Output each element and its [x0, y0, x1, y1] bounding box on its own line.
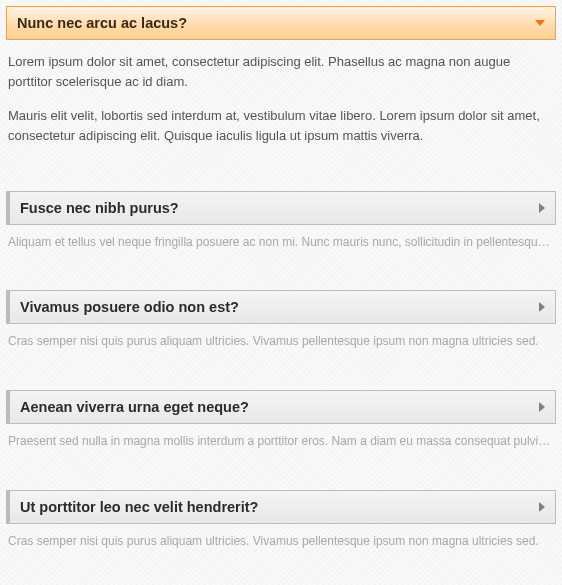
accordion-item: Ut porttitor leo nec velit hendrerit? Cr…: [6, 490, 556, 550]
spacer: [6, 350, 556, 390]
chevron-right-icon: [539, 203, 545, 213]
accordion-title: Fusce nec nibh purus?: [20, 200, 179, 216]
accordion-header[interactable]: Ut porttitor leo nec velit hendrerit?: [6, 490, 556, 524]
spacer: [6, 250, 556, 290]
accordion-title: Nunc nec arcu ac lacus?: [17, 15, 187, 31]
accordion-title: Ut porttitor leo nec velit hendrerit?: [20, 499, 258, 515]
chevron-right-icon: [539, 402, 545, 412]
accordion-header[interactable]: Aenean viverra urna eget neque?: [6, 390, 556, 424]
accordion-item: Fusce nec nibh purus? Aliquam et tellus …: [6, 191, 556, 251]
accordion-body: Lorem ipsum dolor sit amet, consectetur …: [6, 40, 556, 163]
accordion-preview: Cras semper nisi quis purus aliquam ultr…: [6, 524, 556, 550]
chevron-down-icon: [535, 20, 545, 26]
accordion-title: Aenean viverra urna eget neque?: [20, 399, 249, 415]
accordion-title: Vivamus posuere odio non est?: [20, 299, 239, 315]
spacer: [6, 450, 556, 490]
accordion: Nunc nec arcu ac lacus? Lorem ipsum dolo…: [0, 0, 562, 550]
accordion-header[interactable]: Fusce nec nibh purus?: [6, 191, 556, 225]
chevron-right-icon: [539, 502, 545, 512]
chevron-right-icon: [539, 302, 545, 312]
accordion-preview: Cras semper nisi quis purus aliquam ultr…: [6, 324, 556, 350]
accordion-header[interactable]: Vivamus posuere odio non est?: [6, 290, 556, 324]
accordion-header[interactable]: Nunc nec arcu ac lacus?: [6, 6, 556, 40]
accordion-item: Nunc nec arcu ac lacus? Lorem ipsum dolo…: [6, 6, 556, 163]
accordion-item: Aenean viverra urna eget neque? Praesent…: [6, 390, 556, 450]
spacer: [6, 163, 556, 191]
accordion-item: Vivamus posuere odio non est? Cras sempe…: [6, 290, 556, 350]
accordion-preview: Aliquam et tellus vel neque fringilla po…: [6, 225, 556, 251]
accordion-preview: Praesent sed nulla in magna mollis inter…: [6, 424, 556, 450]
body-paragraph: Lorem ipsum dolor sit amet, consectetur …: [8, 52, 554, 92]
body-paragraph: Mauris elit velit, lobortis sed interdum…: [8, 106, 554, 146]
